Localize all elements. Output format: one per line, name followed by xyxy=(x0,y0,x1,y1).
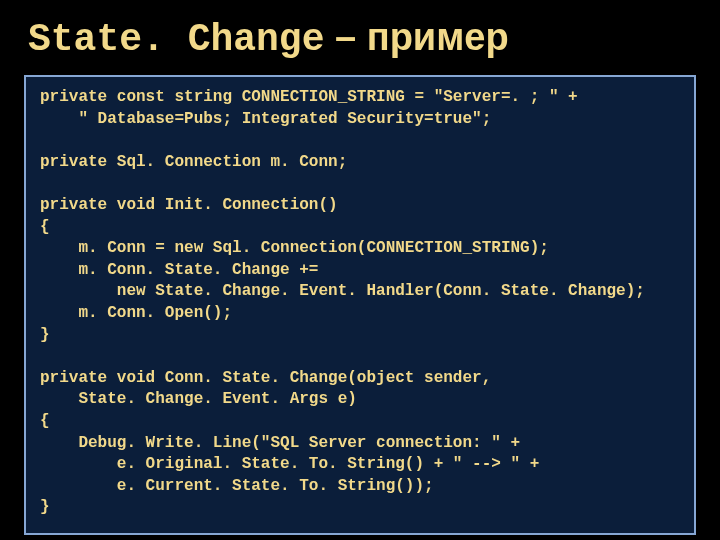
code-block: private const string CONNECTION_STRING =… xyxy=(24,75,696,535)
title-dash: – xyxy=(324,16,366,58)
title-code-part: State. Change xyxy=(28,18,324,61)
slide-title: State. Change – пример xyxy=(28,16,696,61)
slide: State. Change – пример private const str… xyxy=(0,0,720,540)
title-word: пример xyxy=(367,16,509,58)
